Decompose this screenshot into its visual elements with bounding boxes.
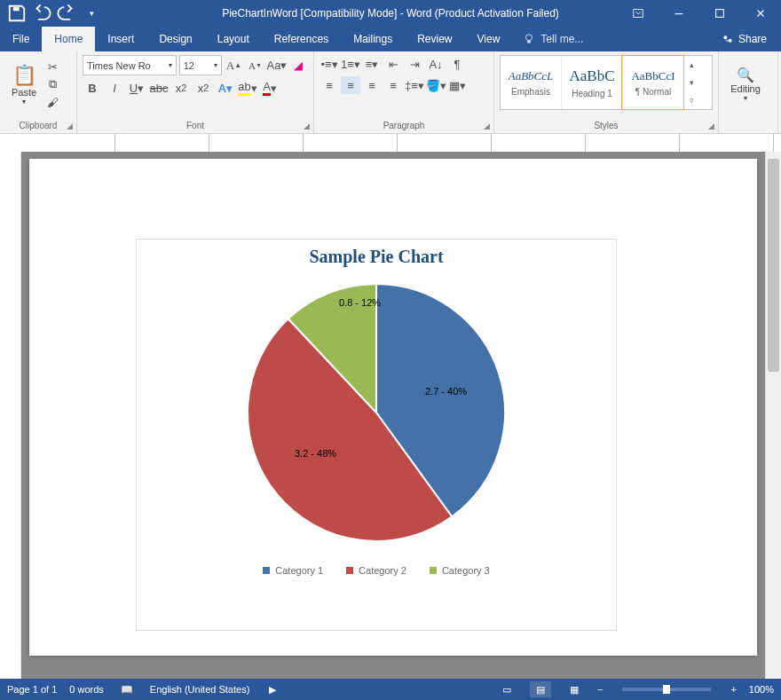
group-label-font: Font (83, 119, 308, 133)
qat-customize-icon[interactable]: ▾ (82, 4, 101, 23)
redo-icon[interactable] (57, 4, 76, 23)
style-item[interactable]: AaBbCHeading 1 (561, 56, 622, 109)
undo-icon[interactable] (32, 4, 51, 23)
shrink-font-button[interactable]: A▼ (246, 57, 264, 75)
highlight-button[interactable]: ab▾ (238, 79, 257, 97)
decrease-indent-button[interactable]: ⇤ (383, 55, 403, 73)
share-button[interactable]: Share (713, 27, 776, 51)
clipboard-dialog-launcher[interactable]: ◢ (64, 121, 75, 131)
multilevel-list-button[interactable]: ≡▾ (362, 55, 382, 73)
numbering-icon: 1≡ (341, 58, 354, 71)
group-styles: AaBbCcLEmphasisAaBbCHeading 1AaBbCcI¶ No… (494, 51, 719, 133)
tab-layout[interactable]: Layout (205, 27, 262, 51)
text-effects-button[interactable]: A▾ (216, 79, 235, 97)
style-item[interactable]: AaBbCcI¶ Normal (622, 56, 683, 109)
ribbon-options-icon[interactable] (618, 0, 659, 27)
font-dialog-launcher[interactable]: ◢ (301, 121, 312, 131)
change-case-button[interactable]: Aa▾ (267, 57, 287, 75)
share-icon (722, 33, 734, 45)
tab-review[interactable]: Review (405, 27, 464, 51)
vertical-ruler[interactable] (3, 152, 21, 679)
pie-data-label: 2.7 - 40% (425, 386, 467, 397)
justify-button[interactable]: ≡ (383, 76, 403, 94)
tab-home[interactable]: Home (42, 27, 95, 51)
styles-scroll-button[interactable]: ▾ (684, 74, 698, 91)
styles-scroll-button[interactable]: ▿ (684, 91, 698, 109)
clipboard-icon: 📋 (12, 64, 36, 87)
zoom-level[interactable]: 100% (749, 684, 774, 695)
status-bar: Page 1 of 1 0 words 📖 English (United St… (0, 679, 781, 700)
paragraph-dialog-launcher[interactable]: ◢ (481, 121, 492, 131)
page[interactable]: Sample Pie Chart 2.7 - 40%3.2 - 48%0.8 -… (29, 159, 757, 656)
chart-object[interactable]: Sample Pie Chart 2.7 - 40%3.2 - 48%0.8 -… (136, 239, 617, 631)
tab-file[interactable]: File (0, 27, 42, 51)
align-right-button[interactable]: ≡ (362, 76, 382, 94)
show-marks-button[interactable]: ¶ (447, 55, 467, 73)
shading-button[interactable]: 🪣▾ (426, 76, 446, 94)
align-left-icon: ≡ (326, 79, 333, 92)
italic-button[interactable]: I (105, 79, 124, 97)
app-window: ▾ PieChartInWord [Compatibility Mode] - … (0, 0, 781, 700)
paintbrush-icon: 🖌 (47, 96, 59, 109)
zoom-slider-thumb[interactable] (663, 685, 670, 694)
superscript-button[interactable]: x2 (193, 79, 213, 97)
font-color-button[interactable]: A▾ (260, 79, 280, 97)
styles-gallery[interactable]: AaBbCcLEmphasisAaBbCHeading 1AaBbCcI¶ No… (500, 55, 713, 110)
subscript-button[interactable]: x2 (171, 79, 191, 97)
align-center-button[interactable]: ≡ (341, 76, 360, 94)
borders-icon: ▦ (449, 79, 460, 92)
proofing-icon[interactable]: 📖 (116, 681, 138, 697)
grow-font-button[interactable]: A▲ (225, 57, 243, 75)
legend-swatch (346, 567, 353, 574)
font-size-combo[interactable]: 12▾ (179, 55, 222, 75)
bullets-icon: •≡ (320, 58, 331, 71)
align-left-button[interactable]: ≡ (320, 76, 339, 94)
read-mode-button[interactable]: ▭ (496, 681, 517, 697)
minimize-button[interactable] (659, 0, 699, 27)
paste-button[interactable]: 📋 Paste ▾ (5, 55, 43, 114)
copy-button[interactable]: ⧉ (43, 75, 62, 93)
styles-dialog-launcher[interactable]: ◢ (706, 121, 716, 131)
tab-mailings[interactable]: Mailings (341, 27, 405, 51)
macro-icon[interactable]: ▶ (262, 681, 283, 697)
numbering-button[interactable]: 1≡▾ (341, 55, 360, 73)
status-word-count[interactable]: 0 words (69, 684, 104, 695)
tell-me-search[interactable]: Tell me... (523, 33, 583, 45)
tab-insert[interactable]: Insert (95, 27, 146, 51)
zoom-slider[interactable] (622, 688, 711, 691)
bold-button[interactable]: B (83, 79, 102, 97)
strikethrough-button[interactable]: abc (149, 79, 169, 97)
cut-button[interactable]: ✂ (43, 58, 62, 75)
format-painter-button[interactable]: 🖌 (43, 93, 62, 111)
clear-formatting-button[interactable]: ◢ (289, 57, 308, 75)
web-layout-button[interactable]: ▦ (564, 681, 585, 697)
tab-design[interactable]: Design (146, 27, 204, 51)
pie-data-label: 3.2 - 48% (295, 448, 336, 459)
borders-button[interactable]: ▦▾ (447, 76, 467, 94)
vertical-scrollbar[interactable] (765, 152, 781, 679)
scrollbar-thumb[interactable] (768, 159, 779, 372)
increase-indent-button[interactable]: ⇥ (405, 55, 424, 73)
zoom-out-button[interactable]: − (597, 684, 603, 695)
save-icon[interactable] (7, 4, 27, 23)
underline-button[interactable]: U▾ (127, 79, 146, 97)
status-page[interactable]: Page 1 of 1 (7, 684, 57, 695)
styles-scroll-button[interactable]: ▴ (684, 56, 698, 74)
sort-button[interactable]: A↓ (426, 55, 446, 73)
maximize-button[interactable] (699, 0, 740, 27)
tell-me-placeholder: Tell me... (540, 33, 583, 45)
line-spacing-button[interactable]: ‡≡▾ (405, 76, 424, 94)
bullets-button[interactable]: •≡▾ (320, 55, 339, 73)
horizontal-ruler[interactable] (21, 134, 781, 153)
svg-rect-5 (528, 41, 532, 43)
tab-references[interactable]: References (262, 27, 341, 51)
status-language[interactable]: English (United States) (150, 684, 250, 695)
style-item[interactable]: AaBbCcLEmphasis (501, 56, 561, 109)
font-family-combo[interactable]: Times New Ro▾ (83, 55, 177, 75)
document-canvas[interactable]: Sample Pie Chart 2.7 - 40%3.2 - 48%0.8 -… (21, 152, 765, 679)
print-layout-button[interactable]: ▤ (530, 681, 551, 697)
tab-view[interactable]: View (465, 27, 513, 51)
close-button[interactable] (740, 0, 781, 27)
editing-button[interactable]: 🔍 Editing ▾ (724, 55, 767, 114)
zoom-in-button[interactable]: + (730, 684, 736, 695)
